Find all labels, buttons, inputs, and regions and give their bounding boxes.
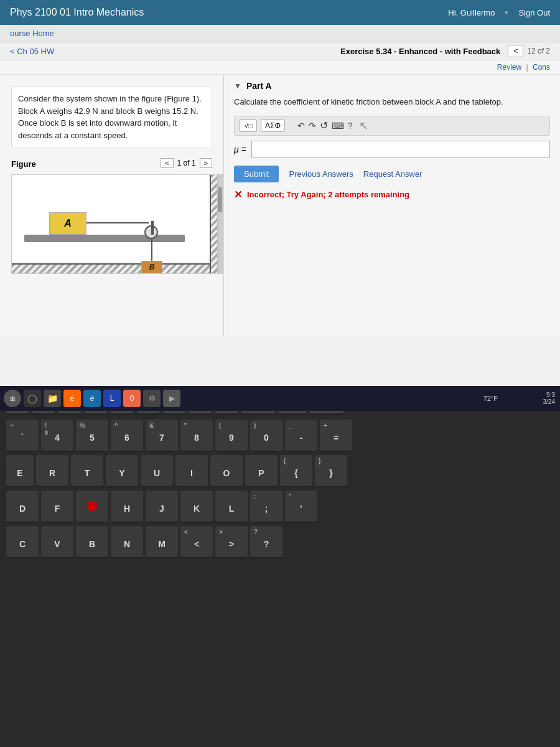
key-D[interactable]: D: [6, 491, 39, 523]
back-link[interactable]: < Ch 05 HW: [10, 47, 54, 56]
course-home-link[interactable]: ourse Home: [10, 29, 54, 38]
key-V[interactable]: V: [41, 526, 73, 558]
table-surface: [24, 235, 185, 242]
zxcv-row: C V B N M < < > > ? ?: [6, 526, 554, 558]
nav-bar: ourse Home: [0, 25, 560, 42]
key-5[interactable]: * 8: [180, 420, 213, 452]
key-minus[interactable]: _ -: [285, 420, 317, 452]
exercise-top-bar: < Ch 05 HW Exercise 5.34 - Enhanced - wi…: [0, 42, 560, 60]
sign-out-button[interactable]: Sign Out: [518, 8, 550, 17]
prev-exercise-btn[interactable]: <: [508, 45, 523, 57]
part-header: ▼ Part A: [234, 81, 550, 91]
key-bracket-l[interactable]: ( {: [280, 455, 312, 487]
exercise-title: Exercise 5.34 - Enhanced - with Feedback: [340, 47, 500, 56]
taskbar-video[interactable]: ▶: [163, 390, 180, 407]
key-comma[interactable]: < <: [180, 526, 213, 558]
taskbar-app1[interactable]: 0: [123, 390, 141, 407]
fig-prev-btn[interactable]: <: [161, 158, 173, 168]
key-K[interactable]: K: [180, 491, 213, 523]
taskbar-search[interactable]: ◯: [24, 390, 41, 407]
key-L[interactable]: L: [215, 491, 248, 523]
key-O[interactable]: O: [210, 455, 243, 487]
key-quote[interactable]: " ': [285, 491, 317, 523]
answer-input[interactable]: [251, 141, 550, 158]
key-6[interactable]: ( 9: [215, 420, 248, 452]
scrollbar[interactable]: [217, 175, 222, 273]
key-T[interactable]: T: [71, 455, 103, 487]
figure-section: Figure < 1 of 1 >: [6, 153, 217, 279]
keyboard: × ☼- ☼+ ⊞ ↕ □ ↩ ⌒ ☆ Home End Insert ~ ` …: [0, 386, 560, 747]
key-B[interactable]: B: [76, 526, 108, 558]
key-slash[interactable]: ? ?: [250, 526, 282, 558]
qwerty-row: E R T Y U I O P ( { ) }: [6, 455, 554, 487]
key-J[interactable]: J: [146, 491, 178, 523]
key-bracket-r[interactable]: ) }: [315, 455, 347, 487]
pulley-post: [151, 221, 154, 235]
key-semicolon[interactable]: : ;: [250, 491, 282, 523]
error-text: Incorrect; Try Again; 2 attempts remaini…: [247, 190, 409, 199]
taskbar-mail[interactable]: L: [103, 390, 121, 407]
key-backtick[interactable]: ~ `: [6, 420, 39, 452]
taskbar-start[interactable]: ⊞: [4, 390, 21, 407]
exercise-nav: < 12 of 2: [508, 45, 550, 57]
key-U[interactable]: U: [141, 455, 173, 487]
key-N[interactable]: N: [111, 526, 143, 558]
key-Y[interactable]: Y: [106, 455, 138, 487]
key-M[interactable]: M: [146, 526, 178, 558]
taskbar: ⊞ ◯ 📁 e e L 0 ⚙ ▶ 72°F 9:3 3/24: [0, 386, 560, 411]
number-row: ~ ` ! $ 4 % 5 ^ 6 & 7 * 8 ( 9 ) 0: [6, 420, 554, 452]
error-message: ✕ Incorrect; Try Again; 2 attempts remai…: [234, 189, 550, 200]
answer-row: μ =: [234, 141, 550, 158]
redo-icon[interactable]: ↷: [309, 121, 316, 131]
key-R[interactable]: R: [36, 455, 68, 487]
cursor-icon[interactable]: ↖: [359, 119, 368, 133]
submit-btn[interactable]: Submit: [234, 166, 279, 182]
refresh-icon[interactable]: ↺: [320, 120, 328, 131]
key-F[interactable]: F: [41, 491, 73, 523]
key-4[interactable]: & 7: [146, 420, 178, 452]
symbol-btn[interactable]: ΑΣΦ: [261, 120, 285, 132]
fig-page: 1 of 1: [177, 159, 196, 167]
key-P[interactable]: P: [245, 455, 278, 487]
wall-bottom: [12, 263, 210, 273]
key-C[interactable]: C: [6, 526, 39, 558]
key-period[interactable]: > >: [215, 526, 248, 558]
taskbar-time: 9:3 3/24: [543, 392, 555, 405]
review-link[interactable]: Review: [497, 63, 521, 72]
request-answer-link[interactable]: Request Answer: [363, 169, 422, 179]
submit-row: Submit Previous Answers Request Answer: [234, 166, 550, 182]
figure-canvas: A B: [11, 174, 223, 274]
fig-next-btn[interactable]: >: [200, 158, 212, 168]
previous-answers-link[interactable]: Previous Answers: [289, 169, 353, 179]
key-G-trackpoint[interactable]: G: [76, 491, 108, 523]
taskbar-files[interactable]: 📁: [44, 390, 61, 407]
key-H[interactable]: H: [111, 491, 143, 523]
help-icon[interactable]: ?: [348, 121, 353, 131]
taskbar-ie[interactable]: e: [83, 390, 101, 407]
key-E[interactable]: E: [6, 455, 34, 487]
part-collapse-arrow[interactable]: ▼: [234, 82, 241, 90]
review-links-bar: Review | Cons: [0, 60, 560, 75]
key-1[interactable]: ! $ 4: [41, 420, 73, 452]
key-equal[interactable]: + =: [320, 420, 352, 452]
key-2[interactable]: % 5: [76, 420, 108, 452]
keyboard-icon[interactable]: ⌨: [332, 121, 344, 131]
key-I[interactable]: I: [175, 455, 208, 487]
rope-horizontal: [86, 222, 149, 223]
screen-content: Phys 2100 01 Intro Mechanics Hi, Guiller…: [0, 0, 560, 386]
rope-vertical: [151, 238, 152, 263]
mu-label: μ =: [234, 144, 246, 154]
question-text: Calculate the coefficient of kinetic fri…: [234, 96, 550, 108]
undo-icon[interactable]: ↶: [297, 121, 305, 131]
user-dropdown-icon[interactable]: ▾: [505, 9, 508, 17]
math-toolbar: √□ ΑΣΦ ↶ ↷ ↺ ⌨ ? ↖: [234, 116, 550, 136]
main-split: Consider the system shown in the figure …: [0, 75, 560, 336]
error-icon: ✕: [234, 189, 242, 200]
sqrt-btn[interactable]: √□: [240, 120, 257, 132]
taskbar-browser[interactable]: e: [63, 390, 81, 407]
key-7[interactable]: ) 0: [250, 420, 282, 452]
key-3[interactable]: ^ 6: [111, 420, 143, 452]
scrollbar-thumb[interactable]: [218, 187, 223, 212]
taskbar-steam[interactable]: ⚙: [143, 390, 161, 407]
cons-link[interactable]: Cons: [533, 63, 550, 72]
